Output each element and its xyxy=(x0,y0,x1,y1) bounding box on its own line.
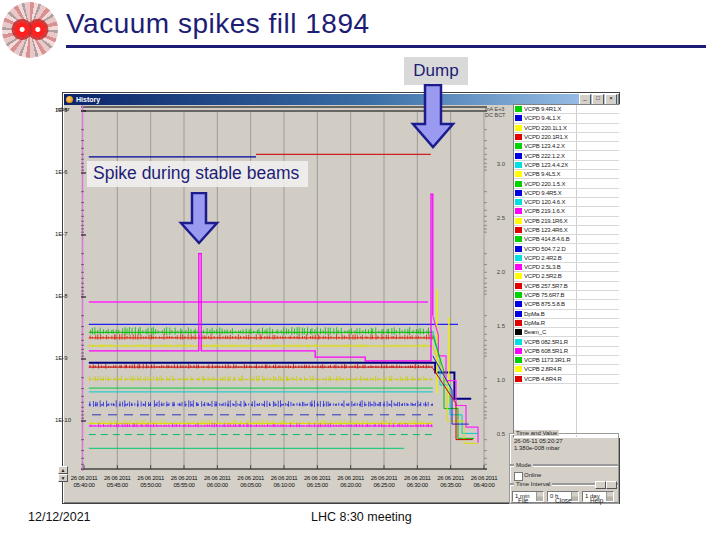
x-tick-label: 26 06 201105:50:00 xyxy=(133,475,169,488)
x-tick-label: 26 06 201105:45:00 xyxy=(99,475,135,488)
legend-color-chip xyxy=(515,264,522,270)
stepper-arrows-icon[interactable] xyxy=(606,492,613,501)
legend-row[interactable]: DpMa.B xyxy=(514,310,619,319)
x-tick-label: 26 06 201106:20:00 xyxy=(333,475,369,488)
legend-row[interactable]: VCPB 219.1R6.X xyxy=(514,217,619,226)
time-and-value-label: Time and Value xyxy=(514,430,559,436)
x-tick-label: 26 06 201106:35:00 xyxy=(433,475,469,488)
legend-channel-name: VCPD 2.5L3.B xyxy=(524,264,561,270)
spike-arrow xyxy=(176,192,222,246)
legend-channel-name: VCPB 9.4R1.X xyxy=(524,106,561,112)
vertical-scroll-spinner[interactable]: ▲ ▼ xyxy=(58,466,68,482)
legend-row[interactable]: VCPB 219.1.6.X xyxy=(514,207,619,216)
legend-color-chip xyxy=(515,181,522,187)
legend-channel-name: VCPB 608.5R1.R xyxy=(524,348,568,354)
spike-annotation-label: Spike during stable beams xyxy=(87,161,308,187)
scroll-down-icon[interactable]: ▼ xyxy=(58,474,68,482)
legend-channel-name: VCPB 257.5R7.B xyxy=(524,283,568,289)
legend-color-chip xyxy=(515,190,522,196)
legend-row[interactable]: VCPB 9.4R1.X xyxy=(514,105,619,114)
title-underline xyxy=(66,45,706,48)
legend-row[interactable]: VCPB 2.8R4.R xyxy=(514,365,619,374)
close-dialog-button[interactable]: Close xyxy=(555,497,572,504)
legend-row[interactable]: VCPB 222.1.2.X xyxy=(514,151,619,160)
legend-row[interactable]: VCPD 2.5L3.B xyxy=(514,263,619,272)
legend-row[interactable]: VCPB 414.8.4.6.B xyxy=(514,235,619,244)
legend-color-chip xyxy=(515,292,522,298)
legend-row[interactable]: VCPD 120.4.6.X xyxy=(514,198,619,207)
legend-row[interactable]: Beam_C xyxy=(514,328,619,337)
legend-channel-name: VCPB 9.4L5.X xyxy=(524,171,560,177)
x-tick-label: 26 06 201106:25:00 xyxy=(366,475,402,488)
file-button[interactable]: File xyxy=(518,497,528,504)
legend-channel-name: VCPD 2.5R2.B xyxy=(524,273,562,279)
legend-channel-name: VCPD 220.1.5.X xyxy=(524,181,565,187)
legend-channel-name: VCPB 2.8R4.R xyxy=(524,366,562,372)
x-tick-label: 26 06 201106:10:00 xyxy=(266,475,302,488)
legend-row[interactable]: VCPB 75.6R7.B xyxy=(514,291,619,300)
legend-row[interactable]: VCPB 4.8R4.R xyxy=(514,375,619,384)
legend-row[interactable]: VCPB 082.5R1.R xyxy=(514,337,619,346)
plot-area[interactable] xyxy=(81,105,487,471)
plot-canvas[interactable] xyxy=(81,105,487,471)
legend-channel-name: VCPB 123.4.2.X xyxy=(524,143,565,149)
legend-row[interactable]: VCPB 875.5.8.B xyxy=(514,300,619,309)
legend-color-chip xyxy=(515,366,522,372)
legend-color-chip xyxy=(515,162,522,168)
legend-row[interactable]: VCPB 9.4L5.X xyxy=(514,170,619,179)
legend-row[interactable]: VCPD 9.4R5.X xyxy=(514,189,619,198)
legend-color-chip xyxy=(515,208,522,214)
legend-color-chip xyxy=(515,348,522,354)
legend-channel-name: VCPD 9.4R5.X xyxy=(524,190,562,196)
app-icon xyxy=(66,96,73,103)
y-tick-label: 1E-7 xyxy=(55,231,79,237)
legend-channel-name: VCPD 9.4L1.X xyxy=(524,115,561,121)
legend-row[interactable]: VCPD 220.1L1.X xyxy=(514,124,619,133)
legend-color-chip xyxy=(515,106,522,112)
legend-row[interactable]: VCPB 123.4R6.X xyxy=(514,226,619,235)
legend-row[interactable]: VCPD 9.4L1.X xyxy=(514,114,619,123)
x-tick-label: 26 06 201106:40:00 xyxy=(466,475,502,488)
legend-channel-name: VCPD 120.4.6.X xyxy=(524,199,565,205)
legend-color-chip xyxy=(515,339,522,345)
online-checkbox[interactable] xyxy=(514,472,523,481)
legend-row[interactable]: VCPB 257.5R7.B xyxy=(514,282,619,291)
legend-row[interactable]: VCPD 2.4R2.B xyxy=(514,254,619,263)
legend-row[interactable]: VCPB 1173.3R1.R xyxy=(514,356,619,365)
legend-color-chip xyxy=(515,236,522,242)
legend-row[interactable]: VCPB 123.4.2.X xyxy=(514,142,619,151)
page-title: Vacuum spikes fill 1894 xyxy=(66,8,370,40)
interval-collapse-button[interactable] xyxy=(606,481,617,489)
legend-row[interactable]: VCPD 220.1.5.X xyxy=(514,179,619,188)
legend-color-chip xyxy=(515,134,522,140)
legend-color-chip xyxy=(515,255,522,261)
scroll-up-icon[interactable]: ▲ xyxy=(58,466,68,474)
legend-row[interactable]: VCPB 608.5R1.R xyxy=(514,347,619,356)
legend-row[interactable]: VCPD 504.7.2.D xyxy=(514,244,619,253)
stepper-arrows-icon[interactable] xyxy=(536,492,543,501)
x-tick-label: 26 06 201106:15:00 xyxy=(299,475,335,488)
legend-row[interactable]: VCPB 123.4.4.2X xyxy=(514,161,619,170)
right-tick-label: 2.0 xyxy=(487,269,505,275)
lhc-event-logo-icon xyxy=(2,2,58,58)
slide-date: 12/12/2021 xyxy=(28,510,91,524)
legend-row[interactable]: DpMa.R xyxy=(514,319,619,328)
legend-panel[interactable]: VCPB 9.4R1.XVCPD 9.4L1.XVCPD 220.1L1.XVC… xyxy=(513,104,620,438)
x-tick-label: 26 06 201106:05:00 xyxy=(233,475,269,488)
legend-color-chip xyxy=(515,311,522,317)
legend-channel-name: VCPB 219.1R6.X xyxy=(524,218,568,224)
stepper-arrows-icon[interactable] xyxy=(571,492,578,501)
online-checkbox-label: Online xyxy=(524,472,541,478)
legend-channel-name: VCPB 123.4.4.2X xyxy=(524,162,568,168)
legend-color-chip xyxy=(515,320,522,326)
legend-channel-name: DpMa.B xyxy=(524,311,544,317)
interval-expand-button[interactable] xyxy=(595,481,606,489)
help-button[interactable]: Help xyxy=(590,497,603,504)
legend-channel-name: VCPD 2.4R2.B xyxy=(524,255,562,261)
legend-row[interactable]: VCPD 2.5R2.B xyxy=(514,272,619,281)
legend-row[interactable]: VCPD 220.1R1.X xyxy=(514,133,619,142)
time-interval-label: Time Interval xyxy=(514,481,552,487)
legend-channel-name: VCPB 4.8R4.R xyxy=(524,376,562,382)
y-tick-label: 1E-10 xyxy=(55,417,79,423)
legend-channel-name: VCPD 220.1R1.X xyxy=(524,134,568,140)
